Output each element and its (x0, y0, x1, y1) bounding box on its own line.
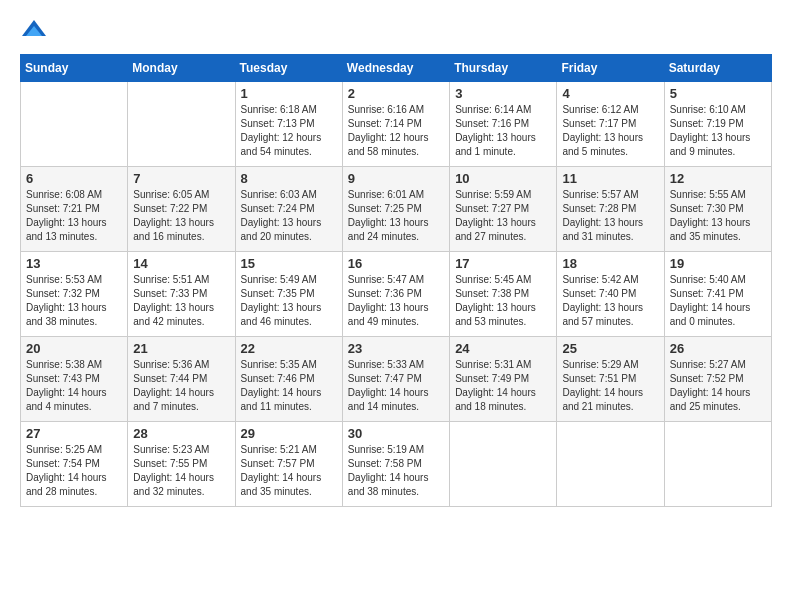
day-number: 22 (241, 341, 337, 356)
day-info: Sunrise: 5:36 AM Sunset: 7:44 PM Dayligh… (133, 358, 229, 414)
calendar-cell: 2Sunrise: 6:16 AM Sunset: 7:14 PM Daylig… (342, 82, 449, 167)
weekday-header-row: SundayMondayTuesdayWednesdayThursdayFrid… (21, 55, 772, 82)
calendar-cell: 9Sunrise: 6:01 AM Sunset: 7:25 PM Daylig… (342, 167, 449, 252)
day-info: Sunrise: 6:14 AM Sunset: 7:16 PM Dayligh… (455, 103, 551, 159)
weekday-header: Wednesday (342, 55, 449, 82)
day-info: Sunrise: 5:42 AM Sunset: 7:40 PM Dayligh… (562, 273, 658, 329)
day-info: Sunrise: 5:47 AM Sunset: 7:36 PM Dayligh… (348, 273, 444, 329)
day-info: Sunrise: 5:19 AM Sunset: 7:58 PM Dayligh… (348, 443, 444, 499)
day-info: Sunrise: 5:49 AM Sunset: 7:35 PM Dayligh… (241, 273, 337, 329)
day-number: 11 (562, 171, 658, 186)
calendar-cell: 13Sunrise: 5:53 AM Sunset: 7:32 PM Dayli… (21, 252, 128, 337)
day-number: 1 (241, 86, 337, 101)
day-info: Sunrise: 6:16 AM Sunset: 7:14 PM Dayligh… (348, 103, 444, 159)
weekday-header: Tuesday (235, 55, 342, 82)
day-info: Sunrise: 6:08 AM Sunset: 7:21 PM Dayligh… (26, 188, 122, 244)
calendar-cell: 8Sunrise: 6:03 AM Sunset: 7:24 PM Daylig… (235, 167, 342, 252)
calendar-cell: 27Sunrise: 5:25 AM Sunset: 7:54 PM Dayli… (21, 422, 128, 507)
day-number: 2 (348, 86, 444, 101)
day-number: 13 (26, 256, 122, 271)
calendar-week-row: 6Sunrise: 6:08 AM Sunset: 7:21 PM Daylig… (21, 167, 772, 252)
day-info: Sunrise: 5:57 AM Sunset: 7:28 PM Dayligh… (562, 188, 658, 244)
day-number: 15 (241, 256, 337, 271)
calendar-cell: 22Sunrise: 5:35 AM Sunset: 7:46 PM Dayli… (235, 337, 342, 422)
calendar-week-row: 13Sunrise: 5:53 AM Sunset: 7:32 PM Dayli… (21, 252, 772, 337)
day-number: 17 (455, 256, 551, 271)
calendar-cell: 18Sunrise: 5:42 AM Sunset: 7:40 PM Dayli… (557, 252, 664, 337)
day-info: Sunrise: 6:18 AM Sunset: 7:13 PM Dayligh… (241, 103, 337, 159)
page-header (20, 16, 772, 44)
day-info: Sunrise: 5:38 AM Sunset: 7:43 PM Dayligh… (26, 358, 122, 414)
day-info: Sunrise: 5:25 AM Sunset: 7:54 PM Dayligh… (26, 443, 122, 499)
day-number: 19 (670, 256, 766, 271)
day-number: 29 (241, 426, 337, 441)
calendar-week-row: 1Sunrise: 6:18 AM Sunset: 7:13 PM Daylig… (21, 82, 772, 167)
calendar-cell (664, 422, 771, 507)
weekday-header: Sunday (21, 55, 128, 82)
calendar-week-row: 20Sunrise: 5:38 AM Sunset: 7:43 PM Dayli… (21, 337, 772, 422)
day-number: 23 (348, 341, 444, 356)
calendar-cell: 5Sunrise: 6:10 AM Sunset: 7:19 PM Daylig… (664, 82, 771, 167)
calendar-cell: 26Sunrise: 5:27 AM Sunset: 7:52 PM Dayli… (664, 337, 771, 422)
calendar-cell: 28Sunrise: 5:23 AM Sunset: 7:55 PM Dayli… (128, 422, 235, 507)
day-number: 10 (455, 171, 551, 186)
day-number: 18 (562, 256, 658, 271)
day-number: 3 (455, 86, 551, 101)
day-number: 8 (241, 171, 337, 186)
day-number: 28 (133, 426, 229, 441)
calendar-cell: 10Sunrise: 5:59 AM Sunset: 7:27 PM Dayli… (450, 167, 557, 252)
day-info: Sunrise: 5:53 AM Sunset: 7:32 PM Dayligh… (26, 273, 122, 329)
calendar-cell: 4Sunrise: 6:12 AM Sunset: 7:17 PM Daylig… (557, 82, 664, 167)
calendar-cell: 11Sunrise: 5:57 AM Sunset: 7:28 PM Dayli… (557, 167, 664, 252)
day-info: Sunrise: 5:59 AM Sunset: 7:27 PM Dayligh… (455, 188, 551, 244)
day-number: 9 (348, 171, 444, 186)
calendar-cell: 29Sunrise: 5:21 AM Sunset: 7:57 PM Dayli… (235, 422, 342, 507)
day-number: 20 (26, 341, 122, 356)
calendar-cell: 17Sunrise: 5:45 AM Sunset: 7:38 PM Dayli… (450, 252, 557, 337)
day-info: Sunrise: 6:05 AM Sunset: 7:22 PM Dayligh… (133, 188, 229, 244)
calendar-cell (21, 82, 128, 167)
calendar-cell: 23Sunrise: 5:33 AM Sunset: 7:47 PM Dayli… (342, 337, 449, 422)
calendar-cell: 20Sunrise: 5:38 AM Sunset: 7:43 PM Dayli… (21, 337, 128, 422)
day-info: Sunrise: 5:35 AM Sunset: 7:46 PM Dayligh… (241, 358, 337, 414)
day-info: Sunrise: 5:45 AM Sunset: 7:38 PM Dayligh… (455, 273, 551, 329)
calendar-cell: 15Sunrise: 5:49 AM Sunset: 7:35 PM Dayli… (235, 252, 342, 337)
day-info: Sunrise: 5:51 AM Sunset: 7:33 PM Dayligh… (133, 273, 229, 329)
calendar-cell (450, 422, 557, 507)
day-info: Sunrise: 6:01 AM Sunset: 7:25 PM Dayligh… (348, 188, 444, 244)
day-info: Sunrise: 5:29 AM Sunset: 7:51 PM Dayligh… (562, 358, 658, 414)
calendar-cell: 7Sunrise: 6:05 AM Sunset: 7:22 PM Daylig… (128, 167, 235, 252)
weekday-header: Thursday (450, 55, 557, 82)
day-number: 4 (562, 86, 658, 101)
weekday-header: Monday (128, 55, 235, 82)
calendar-cell: 14Sunrise: 5:51 AM Sunset: 7:33 PM Dayli… (128, 252, 235, 337)
calendar-week-row: 27Sunrise: 5:25 AM Sunset: 7:54 PM Dayli… (21, 422, 772, 507)
calendar-cell: 3Sunrise: 6:14 AM Sunset: 7:16 PM Daylig… (450, 82, 557, 167)
calendar-cell: 21Sunrise: 5:36 AM Sunset: 7:44 PM Dayli… (128, 337, 235, 422)
day-number: 7 (133, 171, 229, 186)
calendar-cell: 25Sunrise: 5:29 AM Sunset: 7:51 PM Dayli… (557, 337, 664, 422)
weekday-header: Saturday (664, 55, 771, 82)
calendar-cell: 6Sunrise: 6:08 AM Sunset: 7:21 PM Daylig… (21, 167, 128, 252)
day-number: 6 (26, 171, 122, 186)
calendar-cell: 12Sunrise: 5:55 AM Sunset: 7:30 PM Dayli… (664, 167, 771, 252)
calendar-table: SundayMondayTuesdayWednesdayThursdayFrid… (20, 54, 772, 507)
day-info: Sunrise: 5:40 AM Sunset: 7:41 PM Dayligh… (670, 273, 766, 329)
day-number: 27 (26, 426, 122, 441)
day-info: Sunrise: 6:12 AM Sunset: 7:17 PM Dayligh… (562, 103, 658, 159)
logo (20, 16, 52, 44)
day-number: 5 (670, 86, 766, 101)
calendar-cell: 16Sunrise: 5:47 AM Sunset: 7:36 PM Dayli… (342, 252, 449, 337)
calendar-cell: 19Sunrise: 5:40 AM Sunset: 7:41 PM Dayli… (664, 252, 771, 337)
day-number: 14 (133, 256, 229, 271)
calendar-cell: 24Sunrise: 5:31 AM Sunset: 7:49 PM Dayli… (450, 337, 557, 422)
calendar-cell (557, 422, 664, 507)
day-info: Sunrise: 5:21 AM Sunset: 7:57 PM Dayligh… (241, 443, 337, 499)
calendar-cell: 30Sunrise: 5:19 AM Sunset: 7:58 PM Dayli… (342, 422, 449, 507)
day-info: Sunrise: 5:55 AM Sunset: 7:30 PM Dayligh… (670, 188, 766, 244)
day-info: Sunrise: 6:03 AM Sunset: 7:24 PM Dayligh… (241, 188, 337, 244)
day-number: 25 (562, 341, 658, 356)
day-info: Sunrise: 5:31 AM Sunset: 7:49 PM Dayligh… (455, 358, 551, 414)
day-number: 30 (348, 426, 444, 441)
calendar-cell (128, 82, 235, 167)
